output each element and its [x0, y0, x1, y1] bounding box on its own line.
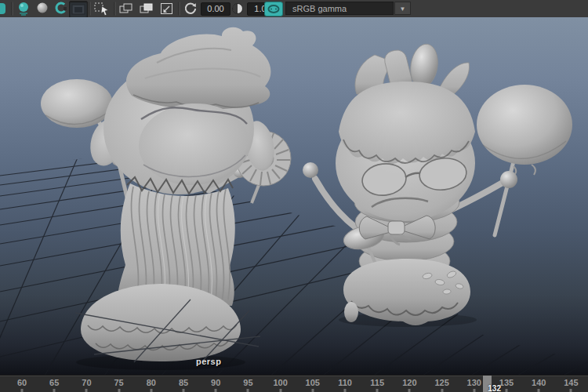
left-hand	[303, 162, 318, 178]
timeline-tick-label: 110	[338, 378, 352, 387]
timeline-tick-mark	[538, 389, 540, 392]
separator	[89, 2, 91, 16]
timeline-tick-label: 135	[499, 378, 514, 387]
timeline-tick-label: 65	[49, 378, 59, 387]
gamma-icon[interactable]	[230, 1, 245, 16]
exposure-field[interactable]: 0.00	[201, 2, 230, 16]
timeline-tick-mark	[53, 389, 56, 392]
right-hand	[500, 171, 517, 188]
select-cursor-icon[interactable]	[92, 1, 111, 16]
daisy-stick	[252, 185, 259, 203]
timeline-tick-label: 70	[82, 378, 91, 387]
drip	[344, 302, 358, 322]
timeline-tick-label: 125	[434, 378, 448, 387]
timeline-tick-label: 115	[370, 378, 384, 387]
icecream-swirl	[126, 27, 270, 110]
timeline-tick-label: 75	[114, 378, 123, 387]
lighting-icon[interactable]	[15, 1, 32, 16]
view-transform-dropdown[interactable]: sRGB gamma	[285, 2, 394, 15]
timeline-tick-mark	[344, 389, 347, 392]
timeline-tick-label: 145	[564, 378, 578, 387]
timeline-tick-label: 105	[306, 378, 320, 387]
wrapper-curl	[532, 165, 535, 175]
viewport-toolbar: 0.00 1.00 sRGB gamma ▼	[0, 0, 588, 18]
timeline-tick-label: 90	[211, 378, 220, 387]
timeline[interactable]: 132 606570758085909510010511011512012513…	[0, 375, 588, 392]
timeline-tick-mark	[118, 389, 120, 392]
perspective-viewport[interactable]: persp	[0, 17, 588, 375]
timeline-tick-label: 80	[147, 378, 156, 387]
timeline-tick-mark	[376, 389, 379, 392]
separator	[114, 2, 116, 16]
shaded-sphere-icon[interactable]	[34, 1, 51, 16]
camera-label: persp	[196, 357, 221, 366]
exposure-icon[interactable]	[182, 1, 199, 16]
separator	[178, 2, 180, 16]
timeline-tick-label: 95	[243, 378, 252, 387]
lollipop-ball	[41, 79, 113, 128]
timeline-tick-label: 100	[273, 378, 287, 387]
timeline-tick-mark	[506, 389, 508, 392]
timeline-tick-label: 130	[467, 378, 481, 387]
timeline-tick-mark	[570, 389, 572, 392]
timeline-tick-mark	[279, 389, 281, 392]
timeline-tick-label: 60	[17, 378, 27, 387]
candy-character-left[interactable]	[41, 27, 291, 370]
maya-window: 0.00 1.00 sRGB gamma ▼	[0, 0, 588, 392]
timeline-tick-mark	[183, 389, 185, 392]
timeline-tick-mark	[215, 389, 217, 392]
lollipop-disc	[477, 85, 572, 165]
candy-character-right[interactable]	[303, 42, 572, 327]
wireframe-ring-icon[interactable]	[53, 1, 70, 16]
timeline-tick-mark	[408, 389, 411, 392]
timeline-tick-mark	[441, 389, 443, 392]
textured-toggle-icon[interactable]	[69, 1, 88, 18]
scene-svg[interactable]	[0, 17, 588, 375]
timeline-tick-mark	[247, 389, 249, 392]
dropdown-arrow-icon[interactable]: ▼	[394, 2, 411, 15]
timeline-tick-mark	[311, 389, 314, 392]
muffin-top	[339, 82, 475, 164]
overlap-frames-filled-icon[interactable]	[138, 1, 155, 16]
timeline-tick-label: 85	[179, 378, 188, 387]
timeline-tick-mark	[21, 389, 24, 392]
separator	[11, 2, 13, 16]
timeline-tick-label: 140	[532, 378, 546, 387]
view-transform-icon[interactable]	[264, 2, 283, 16]
timeline-tick-mark	[150, 389, 152, 392]
overlap-frames-outline-icon[interactable]	[118, 1, 135, 16]
timeline-tick-mark	[85, 389, 88, 392]
clipped-edge-icon[interactable]	[0, 1, 9, 16]
resize-corner-icon[interactable]	[158, 1, 176, 16]
timeline-tick-mark	[473, 389, 475, 392]
timeline-tick-label: 120	[402, 378, 416, 387]
